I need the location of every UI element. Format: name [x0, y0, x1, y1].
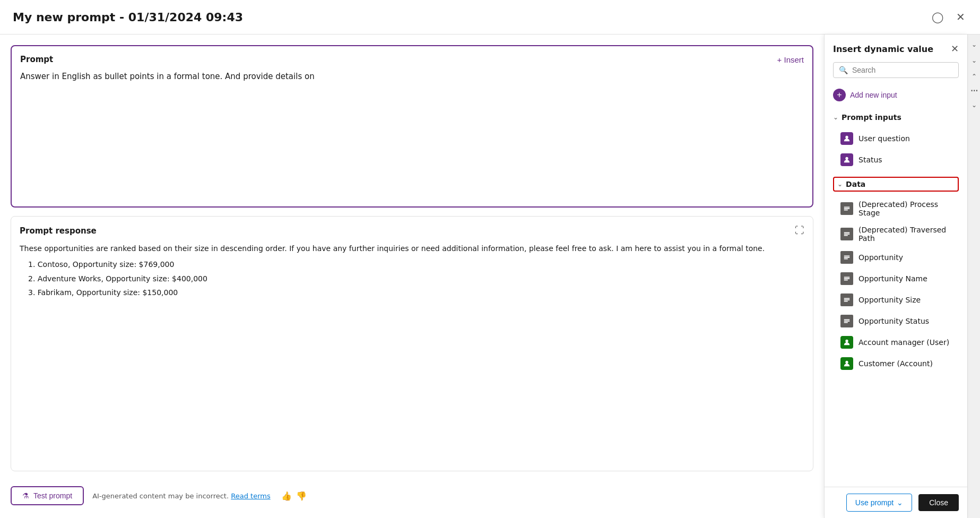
- data-item-opportunity-name[interactable]: Opportunity Name: [837, 268, 959, 289]
- user-question-label: User question: [858, 134, 910, 143]
- prompt-label: Prompt: [20, 55, 53, 64]
- svg-rect-2: [844, 207, 850, 208]
- response-intro: These opportunities are ranked based on …: [20, 243, 804, 254]
- opportunity-status-icon: [840, 315, 853, 327]
- svg-rect-17: [844, 320, 850, 321]
- far-right-panel: ⌄ ⌄ ⌃ ⋯ ⌄: [967, 34, 980, 518]
- test-prompt-label: Test prompt: [33, 491, 72, 500]
- search-box: 🔍: [833, 62, 959, 78]
- insert-label: + Insert: [777, 55, 804, 64]
- deprecated-traversed-path-icon: [840, 228, 853, 240]
- svg-point-0: [845, 136, 848, 139]
- panel-header: Insert dynamic value ✕: [833, 43, 959, 55]
- svg-point-20: [845, 340, 848, 342]
- data-item-deprecated-traversed-path[interactable]: (Deprecated) Traversed Path: [837, 221, 959, 247]
- bottom-actions: Use prompt ⌄ Close: [824, 487, 967, 518]
- dynamic-value-panel: Insert dynamic value ✕ 🔍 + Add new input…: [824, 34, 967, 518]
- prompt-text[interactable]: Answer in English as bullet points in a …: [20, 71, 804, 198]
- response-section: Prompt response ⛶ These opportunities ar…: [11, 216, 813, 471]
- svg-rect-5: [844, 232, 850, 234]
- svg-rect-12: [844, 278, 850, 279]
- svg-point-1: [845, 157, 848, 160]
- use-prompt-button[interactable]: Use prompt ⌄: [846, 494, 912, 512]
- save-icon: ◯: [932, 11, 943, 23]
- account-manager-icon: [840, 336, 853, 349]
- opportunity-name-label: Opportunity Name: [858, 274, 927, 283]
- status-icon: [840, 153, 853, 166]
- data-chevron-down-icon: ⌄: [837, 180, 843, 188]
- expand-icon: ⛶: [795, 225, 804, 236]
- svg-rect-14: [844, 298, 850, 299]
- data-section-label: Data: [846, 180, 865, 188]
- svg-rect-11: [844, 277, 850, 278]
- data-item-opportunity-status[interactable]: Opportunity Status: [837, 310, 959, 332]
- status-label: Status: [858, 156, 882, 164]
- sidebar-arrow-up-3[interactable]: ⌃: [969, 71, 979, 82]
- search-icon: 🔍: [839, 66, 848, 74]
- svg-rect-13: [844, 280, 848, 281]
- header-actions: ◯ ✕: [930, 8, 967, 25]
- deprecated-process-stage-label: (Deprecated) Process Stage: [858, 200, 956, 217]
- svg-point-21: [845, 361, 848, 364]
- sidebar-arrow-up-2[interactable]: ⌄: [969, 55, 979, 66]
- svg-rect-6: [844, 234, 850, 235]
- opportunity-size-icon: [840, 293, 853, 306]
- panel-close-button[interactable]: ✕: [951, 43, 959, 55]
- data-section-items: (Deprecated) Process Stage (Deprecated) …: [837, 196, 959, 374]
- close-button[interactable]: Close: [918, 494, 959, 511]
- data-item-customer-account[interactable]: Customer (Account): [837, 353, 959, 374]
- header: My new prompt - 01/31/2024 09:43 ◯ ✕: [0, 0, 980, 34]
- user-question-icon: [840, 132, 853, 145]
- deprecated-traversed-path-label: (Deprecated) Traversed Path: [858, 226, 956, 243]
- save-icon-button[interactable]: ◯: [930, 8, 946, 25]
- prompt-header: Prompt + Insert: [20, 55, 804, 64]
- customer-account-label: Customer (Account): [858, 359, 933, 368]
- add-new-input-button[interactable]: + Add new input: [833, 87, 959, 103]
- deprecated-process-stage-icon: [840, 202, 853, 215]
- sidebar-arrow-up-1[interactable]: ⌄: [969, 39, 979, 50]
- data-section-header[interactable]: ⌄ Data: [833, 177, 959, 192]
- opportunity-size-label: Opportunity Size: [858, 296, 921, 304]
- svg-rect-9: [844, 257, 850, 258]
- response-text: These opportunities are ranked based on …: [20, 243, 804, 299]
- thumbs-down-button[interactable]: 👎: [296, 491, 307, 501]
- data-item-opportunity[interactable]: Opportunity: [837, 247, 959, 268]
- thumbs-up-button[interactable]: 👍: [281, 491, 292, 501]
- prompt-inputs-items: User question Status: [837, 128, 959, 170]
- svg-rect-19: [844, 322, 848, 323]
- panel-close-icon: ✕: [951, 44, 959, 54]
- response-header: Prompt response ⛶: [20, 225, 804, 236]
- test-prompt-button[interactable]: ⚗ Test prompt: [11, 486, 84, 505]
- prompt-input-status[interactable]: Status: [837, 149, 959, 170]
- feedback-icons: 👍 👎: [281, 491, 307, 501]
- panel-title: Insert dynamic value: [833, 44, 933, 54]
- search-input[interactable]: [852, 66, 953, 74]
- insert-button[interactable]: + Insert: [777, 55, 804, 64]
- opportunity-name-icon: [840, 272, 853, 285]
- add-new-input-label: Add new input: [850, 91, 897, 99]
- prompt-input-user-question[interactable]: User question: [837, 128, 959, 149]
- prompt-section: Prompt + Insert Answer in English as bul…: [11, 45, 813, 208]
- svg-rect-4: [844, 210, 848, 211]
- svg-rect-18: [844, 321, 850, 322]
- svg-rect-15: [844, 299, 850, 300]
- svg-rect-10: [844, 258, 848, 260]
- sidebar-dots-button[interactable]: ⋯: [970, 87, 978, 95]
- close-icon-button[interactable]: ✕: [954, 8, 967, 25]
- opportunity-label: Opportunity: [858, 253, 903, 262]
- data-item-account-manager[interactable]: Account manager (User): [837, 332, 959, 353]
- page-title: My new prompt - 01/31/2024 09:43: [13, 11, 243, 24]
- account-manager-label: Account manager (User): [858, 338, 949, 347]
- data-item-opportunity-size[interactable]: Opportunity Size: [837, 289, 959, 310]
- customer-account-icon: [840, 357, 853, 370]
- use-prompt-label: Use prompt: [855, 498, 894, 507]
- ai-disclaimer: AI-generated content may be incorrect. R…: [92, 492, 271, 500]
- svg-rect-8: [844, 256, 850, 257]
- data-item-deprecated-process-stage[interactable]: (Deprecated) Process Stage: [837, 196, 959, 221]
- sidebar-arrow-down[interactable]: ⌄: [969, 99, 979, 111]
- prompt-inputs-section-header[interactable]: ⌄ Prompt inputs: [833, 111, 959, 124]
- close-label: Close: [929, 498, 948, 507]
- expand-button[interactable]: ⛶: [795, 225, 804, 236]
- read-terms-link[interactable]: Read terms: [231, 492, 270, 500]
- prompt-inputs-label: Prompt inputs: [842, 113, 901, 122]
